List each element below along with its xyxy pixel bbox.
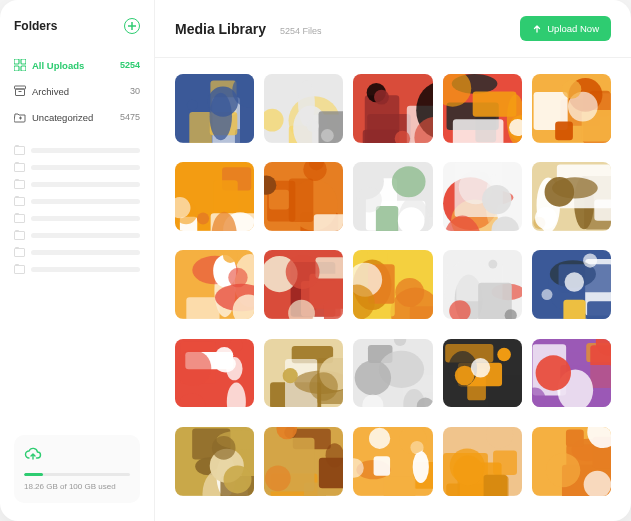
media-thumbnail[interactable] <box>264 250 343 319</box>
grid-icon <box>14 59 26 71</box>
svg-point-108 <box>544 177 574 207</box>
media-thumbnail[interactable] <box>264 339 343 408</box>
page-subtitle: 5254 Files <box>280 26 322 36</box>
upload-icon <box>532 24 542 34</box>
svg-point-158 <box>541 289 552 300</box>
media-thumbnail[interactable] <box>532 339 611 408</box>
storage-bar <box>24 473 130 476</box>
folder-icon <box>14 197 25 206</box>
svg-rect-235 <box>374 456 390 475</box>
main-area: Media Library 5254 Files Upload Now <box>155 0 631 521</box>
upload-button-label: Upload Now <box>547 23 599 34</box>
placeholder-line <box>31 199 140 204</box>
media-thumbnail[interactable] <box>532 74 611 143</box>
svg-point-107 <box>535 207 557 229</box>
svg-rect-253 <box>566 429 584 446</box>
media-thumbnail[interactable] <box>175 339 254 408</box>
topbar: Media Library 5254 Files Upload Now <box>155 0 631 58</box>
svg-rect-2 <box>14 66 19 71</box>
folder-count: 5475 <box>120 112 140 122</box>
media-thumbnail[interactable] <box>532 250 611 319</box>
svg-rect-44 <box>452 119 503 143</box>
media-thumbnail[interactable] <box>353 427 432 496</box>
svg-point-137 <box>396 278 425 307</box>
empty-folder-placeholder[interactable] <box>14 261 140 278</box>
svg-point-248 <box>453 455 483 485</box>
svg-rect-232 <box>413 451 429 483</box>
svg-point-97 <box>482 185 511 214</box>
media-thumbnail[interactable] <box>532 427 611 496</box>
media-grid <box>155 58 631 521</box>
svg-point-217 <box>224 465 252 493</box>
svg-rect-82 <box>376 206 398 231</box>
page-title: Media Library <box>175 21 266 37</box>
media-thumbnail[interactable] <box>532 162 611 231</box>
svg-point-28 <box>321 129 334 142</box>
empty-folder-placeholder[interactable] <box>14 193 140 210</box>
svg-rect-152 <box>563 300 585 319</box>
svg-rect-12 <box>189 112 212 143</box>
media-thumbnail[interactable] <box>353 250 432 319</box>
svg-point-178 <box>283 368 298 383</box>
empty-folder-placeholder[interactable] <box>14 210 140 227</box>
empty-folder-placeholder[interactable] <box>14 142 140 159</box>
empty-folder-placeholder[interactable] <box>14 244 140 261</box>
svg-rect-245 <box>483 475 507 496</box>
media-thumbnail[interactable] <box>175 162 254 231</box>
media-thumbnail[interactable] <box>353 339 432 408</box>
media-thumbnail[interactable] <box>443 427 522 496</box>
storage-bar-fill <box>24 473 43 476</box>
media-thumbnail[interactable] <box>264 427 343 496</box>
placeholder-line <box>31 267 140 272</box>
svg-rect-35 <box>363 130 400 143</box>
svg-rect-231 <box>369 428 390 449</box>
svg-rect-1 <box>21 59 26 64</box>
media-thumbnail[interactable] <box>264 162 343 231</box>
media-thumbnail[interactable] <box>353 74 432 143</box>
upload-button[interactable]: Upload Now <box>520 16 611 41</box>
empty-folder-placeholder[interactable] <box>14 159 140 176</box>
media-thumbnail[interactable] <box>175 250 254 319</box>
media-thumbnail[interactable] <box>264 74 343 143</box>
placeholder-line <box>31 165 140 170</box>
svg-rect-45 <box>472 92 516 117</box>
svg-point-167 <box>175 350 211 386</box>
media-thumbnail[interactable] <box>175 427 254 496</box>
svg-point-156 <box>564 273 584 293</box>
svg-point-198 <box>470 358 489 377</box>
media-thumbnail[interactable] <box>175 74 254 143</box>
media-thumbnail[interactable] <box>443 74 522 143</box>
svg-point-148 <box>488 260 497 269</box>
svg-point-177 <box>310 372 338 400</box>
media-thumbnail[interactable] <box>353 162 432 231</box>
svg-rect-5 <box>16 89 25 96</box>
placeholder-line <box>31 216 140 221</box>
add-folder-button[interactable] <box>124 18 140 34</box>
media-thumbnail[interactable] <box>443 162 522 231</box>
cloud-upload-icon <box>24 447 130 465</box>
empty-folders-list <box>14 142 140 427</box>
svg-point-238 <box>399 427 427 454</box>
archive-icon <box>14 85 26 97</box>
sidebar-header: Folders <box>14 18 140 34</box>
empty-folder-placeholder[interactable] <box>14 176 140 193</box>
svg-point-17 <box>208 87 238 117</box>
svg-point-168 <box>230 339 243 352</box>
sidebar-item-uncategorized[interactable]: Uncategorized 5475 <box>14 104 140 130</box>
empty-folder-placeholder[interactable] <box>14 227 140 244</box>
sidebar-item-archived[interactable]: Archived 30 <box>14 78 140 104</box>
storage-text: 18.26 GB of 100 GB used <box>24 482 130 491</box>
svg-rect-132 <box>410 307 432 320</box>
svg-point-228 <box>265 465 291 491</box>
folder-count: 5254 <box>120 60 140 70</box>
svg-rect-0 <box>14 59 19 64</box>
svg-point-218 <box>212 436 236 460</box>
svg-rect-74 <box>314 214 343 231</box>
media-thumbnail[interactable] <box>443 250 522 319</box>
folder-icon <box>14 180 25 189</box>
svg-point-207 <box>535 355 570 390</box>
media-thumbnail[interactable] <box>443 339 522 408</box>
svg-point-157 <box>583 254 597 268</box>
placeholder-line <box>31 233 140 238</box>
sidebar-item-all-uploads[interactable]: All Uploads 5254 <box>14 52 140 78</box>
